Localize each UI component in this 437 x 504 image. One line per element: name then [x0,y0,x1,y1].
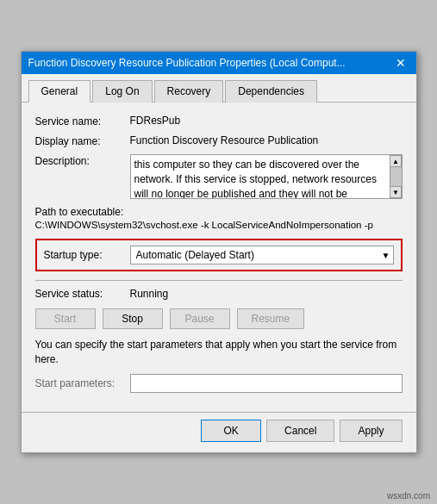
pause-button[interactable]: Pause [170,308,230,329]
startup-label: Startup type: [44,249,130,261]
tab-strip: General Log On Recovery Dependencies [22,74,416,103]
description-box: this computer so they can be discovered … [130,154,403,199]
params-input[interactable] [130,374,403,393]
status-row: Service status: Running [35,288,403,300]
hint-text: You can specify the start parameters tha… [35,338,403,367]
tab-general[interactable]: General [28,80,91,103]
footer: OK Cancel Apply [22,412,416,452]
service-name-row: Service name: FDResPub [35,115,403,128]
params-label: Start parameters: [35,377,130,389]
stop-button[interactable]: Stop [103,308,163,329]
description-text: this computer so they can be discovered … [134,158,386,199]
display-name-value: Function Discovery Resource Publication [130,134,403,146]
cancel-button[interactable]: Cancel [266,420,334,442]
display-name-row: Display name: Function Discovery Resourc… [35,134,403,147]
scroll-track [390,167,402,186]
startup-section: Startup type: Automatic (Delayed Start) … [35,239,403,271]
service-name-value: FDResPub [130,115,403,127]
properties-dialog: Function Discovery Resource Publication … [21,51,417,453]
divider-1 [35,280,403,281]
params-row: Start parameters: [35,374,403,393]
service-buttons-row: Start Stop Pause Resume [35,308,403,329]
title-bar: Function Discovery Resource Publication … [22,52,416,74]
service-name-label: Service name: [35,115,130,128]
tab-recovery[interactable]: Recovery [154,80,224,103]
tab-dependencies[interactable]: Dependencies [225,80,317,103]
startup-row: Startup type: Automatic (Delayed Start) … [44,246,394,264]
tab-content: Service name: FDResPub Display name: Fun… [22,103,416,412]
path-row: Path to executable: C:\WINDOWS\system32\… [35,206,403,230]
path-label: Path to executable: [35,206,403,218]
ok-button[interactable]: OK [201,420,261,442]
status-label: Service status: [35,288,130,300]
apply-button[interactable]: Apply [340,420,402,442]
resume-button[interactable]: Resume [237,308,305,329]
tab-logon[interactable]: Log On [92,80,152,103]
scroll-up-button[interactable]: ▲ [390,155,402,167]
scroll-down-button[interactable]: ▼ [390,186,402,198]
window-title: Function Discovery Resource Publication … [28,57,392,69]
description-scrollbar[interactable]: ▲ ▼ [390,155,402,198]
status-value: Running [130,288,169,300]
startup-select-wrapper: Automatic (Delayed Start) Automatic Manu… [130,246,394,264]
path-value: C:\WINDOWS\system32\svchost.exe -k Local… [35,220,403,230]
description-row: Description: this computer so they can b… [35,154,403,199]
start-button[interactable]: Start [35,308,96,329]
watermark: wsxdn.com [387,491,430,501]
close-button[interactable]: ✕ [392,57,409,69]
startup-type-select[interactable]: Automatic (Delayed Start) Automatic Manu… [130,246,394,264]
display-name-label: Display name: [35,134,130,147]
description-label: Description: [35,154,130,167]
